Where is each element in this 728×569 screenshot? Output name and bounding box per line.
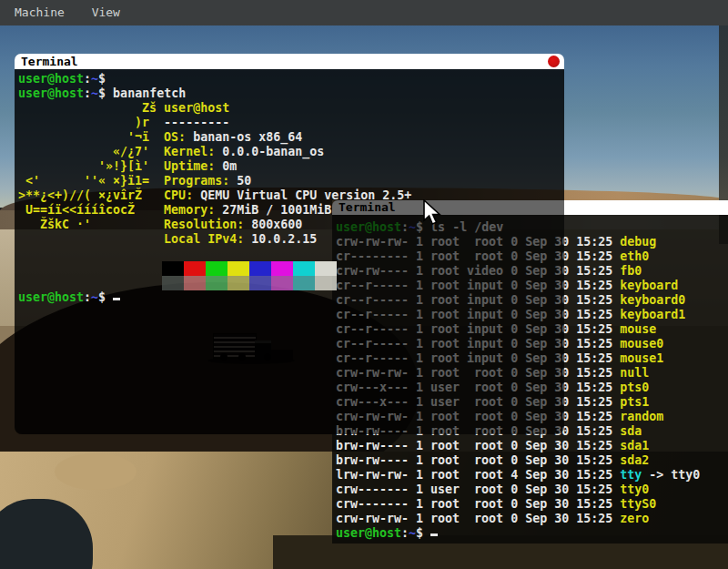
palette-swatch (249, 261, 271, 276)
terminal-line: «/¿7' Kernel: 0.0.0-banan_os (18, 145, 564, 159)
terminal-line: '»!}[ì' Uptime: 0m (18, 159, 564, 174)
ls-row: lrw-rw-rw- 1 root root 4 Sep 30 15:25 tt… (336, 468, 728, 483)
palette-swatch (271, 276, 293, 290)
palette-swatch (315, 276, 337, 290)
palette-swatch (315, 261, 337, 276)
terminal-line: user@host:~$ bananfetch (18, 86, 564, 101)
window-titlebar[interactable]: Terminal (15, 54, 564, 69)
terminal-line: <' ''« ×}ï1= Programs: 50 (18, 174, 564, 188)
terminal-line (18, 247, 564, 261)
ls-row: crw------- 1 user root 0 Sep 30 15:25 tt… (336, 483, 728, 497)
terminal-line: Local IPv4: 10.0.2.15 (18, 232, 564, 247)
palette-swatch (228, 276, 249, 290)
terminal-line: user@host:~$ (336, 526, 728, 541)
terminal-line: ŽškC ·' Resolution: 800x600 (18, 218, 564, 232)
terminal-content[interactable]: user@host:~$user@host:~$ bananfetch Zš u… (15, 69, 564, 434)
wallpaper-light-rocks (55, 453, 136, 490)
palette-swatch (206, 261, 228, 276)
close-button[interactable] (548, 56, 560, 67)
terminal-line: U==íï<<íííîcocŽ Memory: 27MiB / 1001MiB (18, 203, 564, 218)
ls-row: brw-rw---- 1 root root 0 Sep 30 15:25 sd… (336, 439, 728, 453)
mouse-cursor-icon (422, 199, 442, 227)
palette-swatch (184, 261, 206, 276)
text-cursor (430, 533, 438, 536)
ls-row: brw-rw---- 1 root root 0 Sep 30 15:25 sd… (336, 453, 728, 468)
palette-swatch (206, 276, 228, 290)
palette-swatch (162, 276, 184, 290)
terminal-line: Zš user@host (18, 101, 564, 116)
terminal-line: user@host:~$ (18, 290, 564, 305)
palette-swatch (184, 276, 206, 290)
palette-swatch (293, 276, 315, 290)
color-palette-row (162, 276, 564, 290)
color-palette-row (162, 261, 564, 276)
terminal-line (18, 261, 564, 276)
palette-swatch (293, 261, 315, 276)
vm-screen: Machine View Terminal user@host:~$ ls -l… (0, 0, 728, 569)
terminal-line (18, 276, 564, 290)
ls-row: crw-rw-rw- 1 root root 0 Sep 30 15:25 ze… (336, 512, 728, 526)
palette-swatch (271, 261, 293, 276)
ls-row: crw------- 1 root root 0 Sep 30 15:25 tt… (336, 497, 728, 512)
menu-item-view[interactable]: View (86, 0, 126, 25)
palette-swatch (249, 276, 271, 290)
menu-bar: Machine View (0, 0, 728, 25)
terminal-window-foreground: Terminal user@host:~$user@host:~$ bananf… (15, 54, 564, 434)
terminal-line: >**¿<+)//( ×¿vîrŽ CPU: QEMU Virtual CPU … (18, 188, 564, 203)
text-cursor (113, 298, 120, 300)
menu-item-machine[interactable]: Machine (9, 0, 70, 25)
window-title: Terminal (21, 55, 78, 68)
palette-swatch (162, 261, 184, 276)
terminal-line: '¬ï OS: banan-os x86_64 (18, 130, 564, 145)
terminal-line: )r --------- (18, 116, 564, 130)
palette-swatch (228, 261, 249, 276)
terminal-line: user@host:~$ (18, 72, 564, 86)
